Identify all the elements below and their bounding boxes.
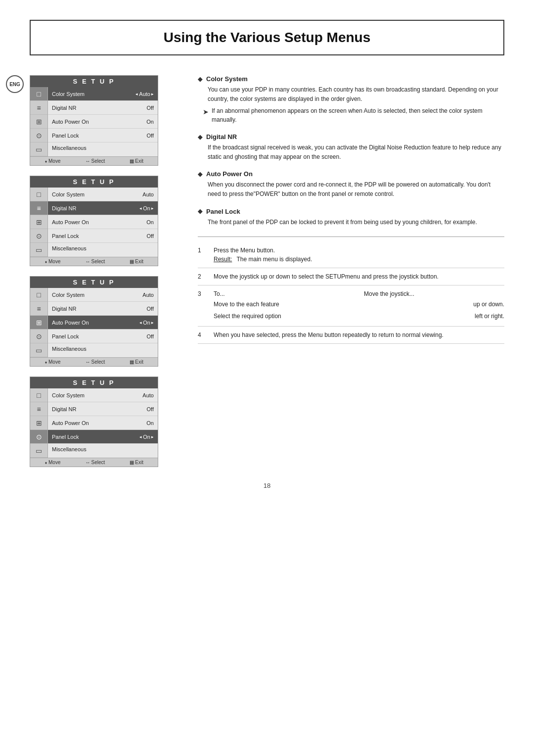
row-value: Off [147, 105, 154, 111]
row-value: Auto [142, 292, 154, 298]
footer-icon-0: ⬧ [44, 259, 47, 264]
bullet-title-0: ◆Color System [198, 75, 504, 83]
step-row-1: 2Move the joystick up or down to select … [198, 268, 504, 285]
footer-icon-0: ⬧ [44, 460, 47, 465]
setup-icon-3: ⊙ [30, 129, 47, 142]
setup-row-misc: Miscellaneous [48, 444, 158, 455]
arrow-left: ◂ [135, 92, 138, 96]
setup-icon-4: ▭ [30, 444, 47, 458]
footer-label-1: Select [91, 359, 105, 365]
step-number-3: 4 [198, 331, 206, 339]
footer-label-0: Move [48, 158, 60, 164]
setup-row-misc: Miscellaneous [48, 343, 158, 354]
footer-icon-1: ↔ [85, 460, 90, 465]
footer-item-2: ▦Exit [130, 359, 143, 365]
setup-row-0: Color SystemAuto [48, 188, 158, 201]
setup-footer: ⬧Move↔Select▦Exit [30, 357, 158, 366]
row-value: On [146, 219, 154, 225]
setup-rows-column: Color SystemAutoDigital NROffAuto Power … [48, 388, 158, 458]
footer-icon-1: ↔ [85, 359, 90, 365]
setup-row-0: Color SystemAuto [48, 288, 158, 302]
row-value: Off [147, 133, 154, 139]
setup-row-1: Digital NROff [48, 101, 158, 115]
step-number-0: 1 [198, 246, 206, 264]
setup-rows-column: Color SystemAutoDigital NR◂On▸Auto Power… [48, 188, 158, 257]
row-value: Off [147, 306, 154, 312]
footer-label-1: Select [91, 158, 105, 164]
note-arrow-0: ➤ [203, 107, 209, 124]
footer-label-0: Move [48, 259, 60, 264]
footer-icon-1: ↔ [85, 259, 90, 264]
setup-rows-column: Color SystemAutoDigital NROffAuto Power … [48, 288, 158, 357]
setup-body: □≡⊞⊙▭Color SystemAutoDigital NROffAuto P… [30, 288, 158, 357]
note-item-0: ➤If an abnormal phenomenon appears on th… [198, 106, 504, 124]
setup-icon-4: ▭ [30, 243, 47, 257]
step3-subrow-0: Move to the each featureup or down. [214, 298, 504, 310]
footer-label-1: Select [91, 460, 105, 465]
result-text: The main menu is displayed. [235, 255, 312, 264]
arrow-left: ◂ [139, 206, 142, 211]
sub-left-1: Select the required option [214, 312, 281, 321]
setup-row-misc: Miscellaneous [48, 142, 158, 153]
footer-label-2: Exit [135, 259, 143, 264]
footer-item-0: ⬧Move [44, 359, 60, 365]
setup-row-0: Color SystemAuto [48, 388, 158, 402]
footer-icon-2: ▦ [130, 259, 134, 264]
step3-col-right-header: Move the joystick... [364, 289, 504, 298]
row-label: Panel Lock [52, 434, 79, 440]
bullet-title-3: ◆Panel Lock [198, 208, 504, 215]
row-value: ◂On▸ [139, 320, 154, 326]
diamond-icon-1: ◆ [198, 134, 202, 141]
page-title: Using the Various Setup Menus [45, 30, 489, 46]
setup-icons-column: □≡⊞⊙▭ [30, 388, 48, 458]
setup-row-2: Auto Power OnOn [48, 215, 158, 229]
step-number-1: 2 [198, 272, 206, 281]
note-text-0: If an abnormal phenomenon appears on the… [212, 106, 504, 124]
arrow-right: ▸ [151, 206, 154, 211]
setup-icon-2: ⊞ [30, 215, 47, 229]
bullet-heading-3: Panel Lock [206, 208, 240, 215]
bullet-body-0: You can use your PDP in many countries. … [198, 85, 504, 103]
row-value: Off [147, 233, 154, 239]
footer-item-2: ▦Exit [130, 158, 143, 164]
setup-row-3: Panel LockOff [48, 330, 158, 343]
footer-item-2: ▦Exit [130, 460, 143, 465]
row-label: Color System [52, 392, 85, 398]
diamond-icon-2: ◆ [198, 171, 202, 178]
page-number: 18 [30, 482, 504, 489]
row-label: Auto Power On [52, 119, 89, 125]
arrow-right: ▸ [151, 92, 154, 96]
row-value: Off [147, 406, 154, 412]
setup-icon-2: ⊞ [30, 316, 47, 330]
setup-row-1: Digital NROff [48, 302, 158, 316]
setup-icons-column: □≡⊞⊙▭ [30, 288, 48, 357]
step1-result: Result: The main menu is displayed. [214, 255, 504, 264]
step3-col-left-header: To... [214, 289, 354, 298]
setup-header: S E T U P [30, 76, 158, 87]
footer-icon-2: ▦ [130, 158, 134, 164]
step-content-3: When you have selected, press the Menu b… [214, 331, 504, 339]
row-label: Auto Power On [52, 320, 89, 326]
row-label: Digital NR [52, 205, 77, 211]
setup-row-3: Panel LockOff [48, 129, 158, 142]
step-content-2: To...Move the joystick...Move to the eac… [214, 289, 504, 322]
setup-header: S E T U P [30, 377, 158, 388]
step1-text: Press the Menu button. [214, 246, 504, 255]
arrow-right: ▸ [151, 434, 154, 439]
bullet-section-3: ◆Panel LockThe front panel of the PDP ca… [198, 208, 504, 227]
bullet-body-2: When you disconnect the power cord and r… [198, 180, 504, 198]
setup-icon-3: ⊙ [30, 330, 47, 343]
setup-row-0: Color System◂Auto▸ [48, 87, 158, 101]
row-label: Auto Power On [52, 420, 89, 426]
page: Using the Various Setup Menus ENG S E T … [0, 0, 534, 756]
footer-label-2: Exit [135, 460, 143, 465]
step3-header: To...Move the joystick... [214, 289, 504, 298]
diamond-icon-0: ◆ [198, 76, 202, 83]
setup-icon-3: ⊙ [30, 229, 47, 243]
setup-row-3: Panel Lock◂On▸ [48, 430, 158, 444]
bullet-section-1: ◆Digital NRIf the broadcast signal recei… [198, 133, 504, 161]
bullet-body-1: If the broadcast signal received is weak… [198, 143, 504, 161]
footer-item-1: ↔Select [85, 460, 105, 465]
setup-icon-3: ⊙ [30, 430, 47, 444]
bullet-section-0: ◆Color SystemYou can use your PDP in man… [198, 75, 504, 124]
